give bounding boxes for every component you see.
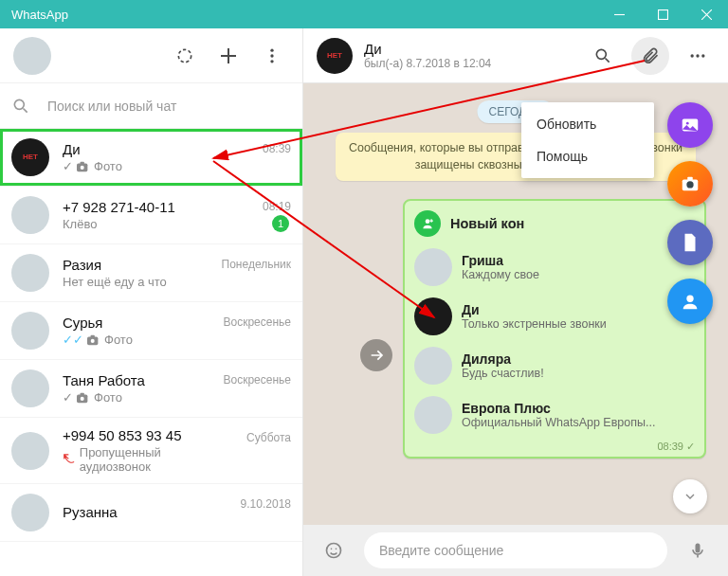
chat-name: Сурья	[63, 315, 209, 331]
message-input-bar: Введите сообщение	[303, 525, 728, 576]
dropdown-item-refresh[interactable]: Обновить	[521, 108, 654, 140]
contact-status: Официальный WhatsApp Европы...	[462, 416, 655, 429]
svg-point-15	[596, 49, 606, 59]
svg-point-19	[426, 219, 430, 224]
chat-time: Понедельник	[222, 258, 291, 271]
fab-camera[interactable]	[667, 161, 713, 207]
sidebar: НЕТДи✓ Фото08:39+7 928 271-40-11 Клёво08…	[0, 28, 303, 576]
contact-name: Диляра	[462, 351, 544, 367]
svg-rect-13	[81, 392, 84, 395]
chat-preview: Пропущенный аудиозвонок	[63, 445, 233, 474]
chat-avatar	[11, 494, 49, 531]
contact-card-item[interactable]: ГришаКаждому свое	[414, 243, 695, 292]
svg-rect-10	[91, 334, 95, 337]
chat-item[interactable]: Разия Нет ещё еду а чтоПонедельник	[0, 244, 302, 302]
contact-card-item[interactable]: ДиляраБудь счастлив!	[414, 341, 695, 390]
emoji-icon[interactable]	[317, 533, 351, 567]
chat-preview: Нет ещё еду а что	[63, 275, 209, 289]
chat-time: Воскресенье	[223, 373, 291, 387]
chat-item[interactable]: НЕТДи✓ Фото08:39	[0, 129, 302, 187]
attach-dropdown: Обновить Помощь	[521, 102, 654, 178]
chat-name: Разия	[63, 257, 209, 273]
svg-point-26	[327, 544, 341, 558]
svg-point-17	[696, 54, 699, 57]
scroll-down-button[interactable]	[673, 479, 707, 513]
chat-list: НЕТДи✓ Фото08:39+7 928 271-40-11 Клёво08…	[0, 129, 302, 576]
chat-avatar	[11, 369, 49, 407]
svg-point-11	[91, 338, 95, 342]
chat-name: Ди	[63, 141, 249, 157]
search-bar[interactable]	[0, 83, 302, 129]
unread-badge: 1	[272, 215, 289, 232]
chat-item[interactable]: Сурья✓✓ ФотоВоскресенье	[0, 302, 302, 360]
chat-avatar	[11, 196, 49, 234]
search-input[interactable]	[47, 99, 291, 114]
chat-item[interactable]: Рузанна 9.10.2018	[0, 484, 302, 542]
new-chat-icon[interactable]	[211, 39, 246, 73]
messages-area: СЕГОДНЯ Сообщения, которые вы отправляет…	[303, 83, 728, 525]
chat-item[interactable]: Таня Работа✓ ФотоВоскресенье	[0, 360, 302, 418]
chat-name: Таня Работа	[63, 372, 209, 388]
svg-point-25	[686, 296, 693, 302]
message-input[interactable]: Введите сообщение	[364, 532, 667, 568]
chat-time: Суббота	[246, 431, 291, 444]
fab-gallery[interactable]	[667, 102, 713, 148]
chat-status: был(-а) 8.7.2018 в 12:04	[364, 57, 491, 70]
mic-icon[interactable]	[681, 533, 715, 567]
forward-button[interactable]	[360, 339, 392, 371]
contact-name: Европа Плюс	[462, 401, 655, 416]
contact-name: Ди	[462, 302, 607, 317]
svg-point-5	[14, 99, 24, 109]
add-contact-icon	[414, 210, 441, 237]
contact-avatar	[414, 347, 452, 385]
search-chat-icon[interactable]	[586, 39, 620, 73]
contact-status: Будь счастлив!	[462, 367, 544, 380]
paperclip-icon	[641, 46, 660, 65]
chat-item[interactable]: +994 50 853 93 45 Пропущенный аудиозвоно…	[0, 418, 302, 484]
contact-card-item[interactable]: ДиТолько экстренные звонки	[414, 292, 695, 341]
chat-time: Воскресенье	[223, 315, 291, 329]
svg-point-1	[178, 49, 191, 62]
message-time: 08:39 ✓	[657, 441, 695, 453]
status-icon[interactable]	[168, 39, 202, 73]
maximize-button[interactable]	[641, 0, 684, 28]
svg-point-2	[270, 48, 273, 51]
contact-card-item[interactable]: Европа ПлюсОфициальный WhatsApp Европы..…	[414, 390, 695, 440]
svg-point-27	[331, 549, 333, 550]
contact-card-message[interactable]: Новый кон ГришаКаждому своеДиТолько экст…	[403, 199, 706, 459]
chat-preview: Клёво	[63, 217, 249, 231]
chat-item[interactable]: +7 928 271-40-11 Клёво08:191	[0, 187, 302, 244]
contact-card-title: Новый кон	[450, 216, 524, 231]
menu-icon[interactable]	[255, 39, 289, 73]
svg-point-14	[81, 396, 84, 400]
chat-time: 08:39	[263, 142, 291, 155]
svg-point-21	[686, 122, 689, 125]
svg-rect-29	[696, 544, 701, 553]
my-avatar[interactable]	[13, 37, 51, 75]
sidebar-header	[0, 28, 302, 83]
chat-time: 9.10.2018	[241, 497, 291, 511]
chat-avatar	[11, 432, 49, 470]
chat-name: Рузанна	[63, 504, 228, 520]
minimize-button[interactable]	[597, 0, 641, 28]
contact-avatar	[414, 297, 452, 335]
chat-preview: ✓ Фото	[63, 159, 249, 173]
chat-title: Ди	[364, 41, 491, 57]
svg-point-18	[701, 54, 704, 57]
svg-point-4	[270, 60, 273, 63]
chat-time: 08:19	[263, 200, 291, 213]
app-title: WhatsApp	[11, 8, 68, 22]
fab-contact[interactable]	[667, 279, 713, 324]
fab-document[interactable]	[667, 220, 713, 265]
chat-menu-icon[interactable]	[681, 39, 715, 73]
svg-point-23	[686, 181, 693, 188]
contact-avatar	[414, 396, 452, 434]
svg-point-28	[336, 549, 337, 550]
svg-point-16	[691, 54, 694, 57]
contact-name: Гриша	[462, 253, 539, 268]
close-button[interactable]	[684, 0, 728, 28]
attach-button[interactable]	[631, 37, 669, 75]
chat-name: +7 928 271-40-11	[63, 199, 249, 215]
chat-avatar[interactable]: НЕТ	[317, 38, 353, 74]
dropdown-item-help[interactable]: Помощь	[521, 140, 654, 172]
